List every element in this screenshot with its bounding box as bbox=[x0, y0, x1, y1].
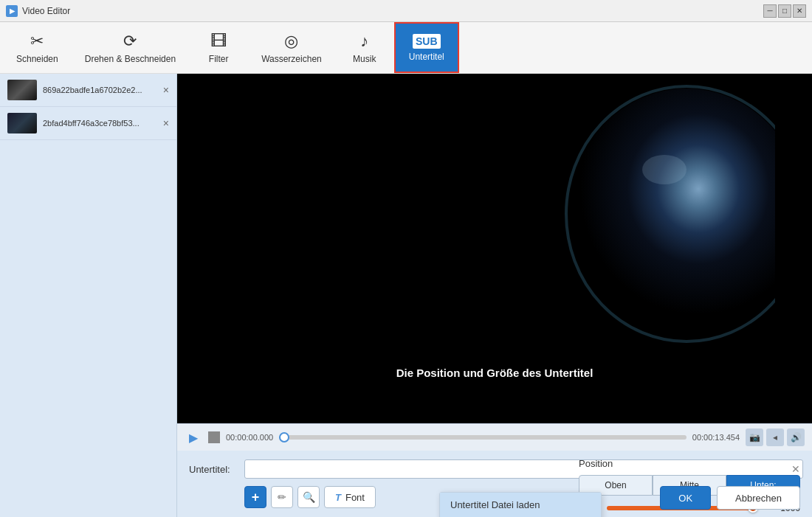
toolbar-untertitel-label: Untertitel bbox=[409, 52, 444, 62]
font-button-label: Font bbox=[345, 492, 365, 503]
volume-down-icon[interactable]: ◂ bbox=[766, 428, 784, 446]
timeline-bar: ▶ 00:00:00.000 00:00:13.454 📷 ◂ 🔊 bbox=[177, 423, 812, 451]
sidebar-label-1: 2bfad4bff746a3ce78bf53... bbox=[43, 119, 140, 128]
maximize-button[interactable]: □ bbox=[778, 4, 791, 18]
toolbar-filter[interactable]: 🎞 Filter bbox=[189, 22, 248, 73]
dropdown-menu: Untertitel Datei laden Neuen Untertitel … bbox=[439, 492, 602, 517]
volume-icon[interactable]: 🔊 bbox=[787, 428, 805, 446]
timeline-thumb bbox=[279, 432, 289, 443]
toolbar-wasserzeichen-label: Wasserzeichen bbox=[261, 54, 322, 64]
sidebar-thumb-0 bbox=[7, 80, 37, 100]
window-title: Video Editor bbox=[22, 6, 763, 16]
font-button[interactable]: T Font bbox=[324, 486, 376, 508]
toolbar-wasserzeichen[interactable]: ◎ Wasserzeichen bbox=[248, 22, 335, 73]
timeline-slider[interactable] bbox=[279, 435, 687, 440]
untertitel-icon: SUB bbox=[413, 34, 441, 49]
drehen-icon: ⟳ bbox=[123, 32, 137, 51]
app-icon: ▶ bbox=[6, 5, 18, 17]
sidebar-thumbnail-1 bbox=[7, 113, 37, 133]
timeline-icons: 📷 ◂ 🔊 bbox=[746, 428, 805, 446]
ok-button[interactable]: OK bbox=[660, 486, 711, 510]
dropdown-item-0[interactable]: Untertitel Datei laden bbox=[440, 493, 601, 517]
time-end: 00:00:13.454 bbox=[692, 433, 740, 442]
subtitle-overlay: Die Position und Größe des Untertitel bbox=[396, 367, 593, 379]
schneiden-icon: ✂ bbox=[30, 32, 44, 51]
close-button[interactable]: ✕ bbox=[793, 4, 806, 18]
sidebar-item-0[interactable]: 869a22badfe1a6702b2e2... × bbox=[0, 74, 176, 107]
earth-svg bbox=[539, 81, 775, 347]
sidebar-item-1[interactable]: 2bfad4bff746a3ce78bf53... × bbox=[0, 107, 176, 140]
sidebar: 869a22badfe1a6702b2e2... × 2bfad4bff746a… bbox=[0, 74, 177, 517]
filter-icon: 🎞 bbox=[210, 32, 227, 51]
toolbar-schneiden-label: Schneiden bbox=[16, 54, 58, 64]
sidebar-label-0: 869a22badfe1a6702b2e2... bbox=[43, 86, 142, 94]
time-start: 00:00:00.000 bbox=[226, 433, 273, 442]
search-button[interactable]: 🔍 bbox=[297, 486, 320, 508]
toolbar-musik[interactable]: ♪ Musik bbox=[335, 22, 394, 73]
toolbar: ✂ Schneiden ⟳ Drehen & Beschneiden 🎞 Fil… bbox=[0, 22, 812, 74]
stop-button[interactable] bbox=[208, 431, 220, 443]
position-title: Position bbox=[579, 458, 800, 469]
video-preview: Die Position und Größe des Untertitel bbox=[177, 74, 812, 423]
toolbar-drehen-label: Drehen & Beschneiden bbox=[85, 54, 176, 64]
cancel-button[interactable]: Abbrechen bbox=[717, 486, 800, 510]
earth-container bbox=[539, 81, 775, 401]
font-icon: T bbox=[335, 492, 341, 503]
bottom-panel: Untertitel: ✕ + ✏ 🔍 T Font Untertitel Da… bbox=[177, 451, 812, 517]
sidebar-thumb-1 bbox=[7, 113, 37, 133]
toolbar-drehen[interactable]: ⟳ Drehen & Beschneiden bbox=[72, 22, 189, 73]
sidebar-thumbnail-0 bbox=[7, 80, 37, 100]
video-canvas: Die Position und Größe des Untertitel bbox=[177, 74, 812, 423]
action-buttons: OK Abbrechen bbox=[660, 486, 800, 510]
subtitle-field-label: Untertitel: bbox=[189, 464, 237, 475]
sidebar-close-1[interactable]: × bbox=[163, 117, 169, 129]
minimize-button[interactable]: ─ bbox=[763, 4, 777, 18]
main-layout: 869a22badfe1a6702b2e2... × 2bfad4bff746a… bbox=[0, 74, 812, 517]
content-area: Die Position und Größe des Untertitel ▶ … bbox=[177, 74, 812, 517]
sidebar-close-0[interactable]: × bbox=[163, 84, 169, 96]
edit-button[interactable]: ✏ bbox=[271, 486, 293, 508]
toolbar-musik-label: Musik bbox=[353, 54, 376, 64]
camera-icon[interactable]: 📷 bbox=[746, 428, 763, 446]
toolbar-schneiden[interactable]: ✂ Schneiden bbox=[3, 22, 72, 73]
add-button[interactable]: + bbox=[244, 486, 266, 508]
toolbar-filter-label: Filter bbox=[209, 54, 229, 64]
musik-icon: ♪ bbox=[360, 32, 368, 51]
toolbar-untertitel[interactable]: SUB Untertitel bbox=[394, 22, 459, 73]
wasserzeichen-icon: ◎ bbox=[284, 32, 298, 51]
title-bar: ▶ Video Editor ─ □ ✕ bbox=[0, 0, 812, 22]
window-controls: ─ □ ✕ bbox=[763, 4, 806, 18]
earth-highlight bbox=[642, 155, 687, 184]
play-button[interactable]: ▶ bbox=[185, 428, 202, 446]
